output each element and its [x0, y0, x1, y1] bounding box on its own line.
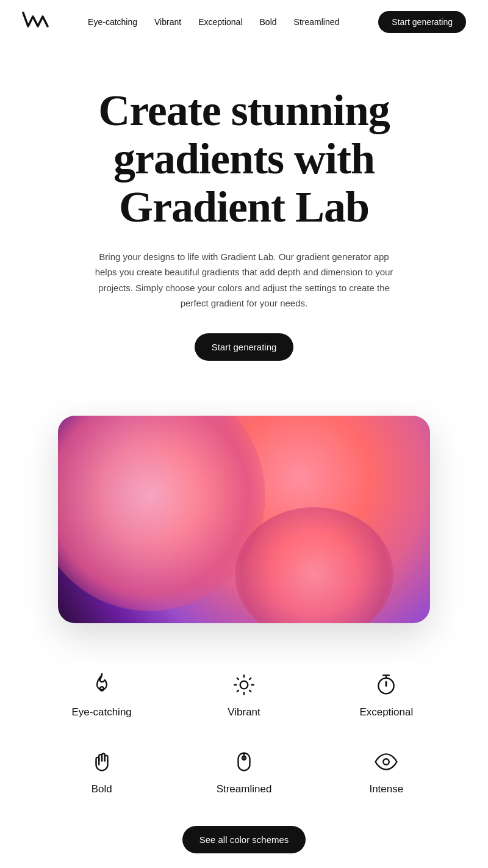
mouse-icon [231, 749, 257, 775]
feature-streamlined: Streamlined [179, 749, 309, 795]
timer-icon [373, 672, 399, 698]
svg-line-7 [249, 678, 251, 679]
sun-icon [231, 672, 257, 698]
svg-line-5 [237, 678, 239, 679]
hero-title: Create stunning gradients with Gradient … [49, 87, 439, 232]
nav-link-bold[interactable]: Bold [260, 17, 277, 27]
eye-icon [373, 749, 399, 775]
logo [22, 12, 49, 33]
feature-eye-catching: Eye-catching [37, 672, 167, 718]
svg-point-0 [240, 681, 248, 689]
gradient-preview [58, 416, 430, 623]
see-all-button[interactable]: See all color schemes [182, 826, 306, 853]
feature-bold-label: Bold [92, 783, 112, 795]
nav-link-vibrant[interactable]: Vibrant [154, 17, 181, 27]
svg-line-8 [237, 690, 239, 692]
nav-cta-button[interactable]: Start generating [378, 11, 466, 33]
feature-exceptional-label: Exceptional [359, 706, 413, 718]
flame-icon [89, 672, 115, 698]
svg-point-16 [384, 759, 390, 765]
feature-vibrant-label: Vibrant [228, 706, 260, 718]
feature-eye-catching-label: Eye-catching [72, 706, 132, 718]
feature-vibrant: Vibrant [179, 672, 309, 718]
hand-icon [89, 749, 115, 775]
svg-line-6 [249, 690, 251, 692]
hero-cta-button[interactable]: Start generating [195, 333, 294, 361]
nav-link-eye-catching[interactable]: Eye-catching [88, 17, 137, 27]
nav-link-streamlined[interactable]: Streamlined [294, 17, 340, 27]
features-grid: Eye-catching Vibrant [37, 672, 451, 795]
feature-intense-label: Intense [369, 783, 403, 795]
feature-intense: Intense [321, 749, 451, 795]
features-section: Eye-catching Vibrant [0, 660, 488, 868]
navbar: Eye-catching Vibrant Exceptional Bold St… [0, 0, 488, 44]
feature-bold: Bold [37, 749, 167, 795]
nav-links: Eye-catching Vibrant Exceptional Bold St… [88, 16, 339, 27]
nav-link-exceptional[interactable]: Exceptional [198, 17, 242, 27]
feature-exceptional: Exceptional [321, 672, 451, 718]
hero-section: Create stunning gradients with Gradient … [0, 44, 488, 385]
hero-description: Bring your designs to life with Gradient… [92, 249, 396, 311]
feature-streamlined-label: Streamlined [217, 783, 272, 795]
